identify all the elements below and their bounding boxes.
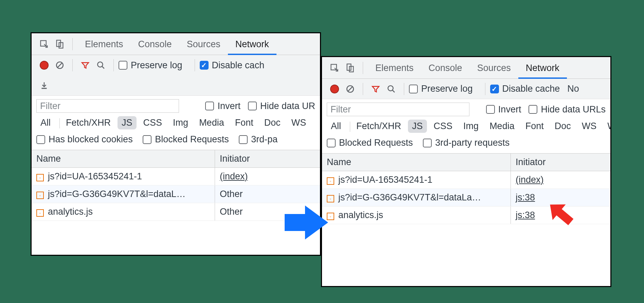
column-name[interactable]: Name — [322, 154, 511, 171]
table-header: Name Initiator — [322, 154, 610, 171]
type-filter-ws[interactable]: WS — [287, 116, 310, 129]
invert-label: Invert — [217, 101, 240, 111]
type-filter-media[interactable]: Media — [485, 120, 519, 133]
type-filter-js[interactable]: JS — [408, 120, 427, 133]
record-button[interactable] — [38, 59, 50, 71]
cell-name: ◦js?id=UA-165345241-1 — [32, 168, 215, 185]
device-toggle-icon[interactable] — [344, 62, 356, 74]
type-filter-img[interactable]: Img — [169, 116, 192, 129]
filter-input[interactable] — [327, 103, 469, 116]
has-blocked-cookies-checkbox[interactable]: Has blocked cookies — [36, 134, 133, 145]
disable-cache-checkbox[interactable]: Disable cach — [200, 60, 265, 71]
table-header: Name Initiator — [32, 150, 320, 168]
type-filter-doc[interactable]: Doc — [551, 120, 575, 133]
divider — [404, 83, 404, 95]
type-filter-wasm[interactable]: Wasm — [603, 120, 610, 133]
devtools-panel-before: Elements Console Sources Network Preserv… — [31, 32, 321, 256]
divider — [72, 38, 73, 50]
blocked-requests-checkbox[interactable]: Blocked Requests — [143, 134, 229, 145]
tab-network[interactable]: Network — [228, 33, 276, 55]
type-filter-row: AllFetch/XHRJSCSSImgMediaFontDocWSWasm — [322, 118, 610, 135]
no-throttle-cut[interactable]: No — [567, 84, 579, 94]
filter-icon[interactable] — [370, 83, 381, 95]
table-row[interactable]: ◦js?id=UA-165345241-1(index) — [322, 171, 610, 189]
tab-elements[interactable]: Elements — [368, 57, 421, 79]
type-filter-css[interactable]: CSS — [430, 120, 457, 133]
type-filter-all[interactable]: All — [36, 116, 55, 129]
record-button[interactable] — [329, 83, 340, 95]
tab-elements[interactable]: Elements — [77, 33, 131, 55]
invert-checkbox[interactable]: Invert — [205, 101, 240, 111]
type-filter-fetchxhr[interactable]: Fetch/XHR — [352, 120, 405, 133]
svg-rect-5 — [41, 88, 47, 89]
type-filter-doc[interactable]: Doc — [260, 116, 285, 129]
table-row[interactable]: ◦js?id=UA-165345241-1(index) — [32, 168, 320, 185]
device-toggle-icon[interactable] — [54, 38, 66, 50]
tab-console[interactable]: Console — [421, 57, 470, 79]
type-filter-css[interactable]: CSS — [139, 116, 166, 129]
hide-data-urls-checkbox[interactable]: Hide data URLs — [529, 104, 606, 115]
devtools-tabstrip: Elements Console Sources Network — [32, 33, 320, 55]
devtools-panel-after: Elements Console Sources Network Preserv… — [321, 56, 611, 287]
type-filter-ws[interactable]: WS — [578, 120, 601, 133]
tab-sources[interactable]: Sources — [179, 33, 228, 55]
download-har-icon[interactable] — [38, 80, 50, 91]
table-row[interactable]: ◦analytics.jsOther — [32, 203, 320, 221]
disable-cache-checkbox[interactable]: Disable cache — [490, 84, 560, 94]
type-filter-font[interactable]: Font — [231, 116, 257, 129]
inspect-icon[interactable] — [329, 62, 340, 74]
network-toolbar: Preserve log Disable cach — [32, 55, 320, 75]
js-file-icon: ◦ — [327, 177, 334, 185]
column-initiator[interactable]: Initiator — [215, 150, 320, 167]
type-filter-font[interactable]: Font — [521, 120, 548, 133]
cell-initiator[interactable]: (index) — [215, 168, 320, 185]
devtools-tabstrip: Elements Console Sources Network — [322, 57, 610, 79]
network-toolbar-2 — [32, 75, 320, 96]
invert-checkbox[interactable]: Invert — [486, 104, 521, 115]
hide-data-urls-checkbox[interactable]: Hide data UR — [248, 101, 315, 111]
filter-icon[interactable] — [79, 59, 91, 71]
preserve-log-checkbox[interactable]: Preserve log — [409, 84, 473, 94]
type-filter-img[interactable]: Img — [459, 120, 483, 133]
divider — [113, 59, 114, 71]
type-filter-js[interactable]: JS — [118, 116, 137, 129]
column-initiator[interactable]: Initiator — [511, 154, 610, 171]
has-blocked-cookies-label: Has blocked cookies — [49, 134, 133, 145]
divider — [485, 83, 485, 95]
divider — [363, 62, 363, 74]
clear-icon[interactable] — [344, 83, 356, 95]
svg-marker-11 — [285, 206, 328, 239]
third-party-checkbox[interactable]: 3rd-party requests — [423, 138, 509, 148]
inspect-icon[interactable] — [38, 38, 50, 50]
filter-input[interactable] — [36, 99, 179, 113]
cell-initiator[interactable]: (index) — [511, 171, 610, 189]
js-file-icon: ◦ — [36, 209, 44, 217]
annotation-red-arrow — [543, 196, 577, 230]
type-filter-all[interactable]: All — [327, 120, 345, 133]
svg-marker-12 — [543, 197, 577, 230]
blocked-requests-checkbox[interactable]: Blocked Requests — [327, 138, 413, 148]
search-icon[interactable] — [95, 59, 107, 71]
divider — [195, 59, 195, 71]
tab-console[interactable]: Console — [131, 33, 179, 55]
type-filter-media[interactable]: Media — [195, 116, 228, 129]
cell-name: ◦js?id=G-G36G49KV7T&l=dataLa… — [322, 189, 511, 206]
cell-initiator: Other — [215, 185, 320, 203]
annotation-blue-arrow — [285, 204, 329, 241]
tab-network[interactable]: Network — [518, 57, 567, 79]
svg-point-4 — [97, 62, 103, 67]
preserve-log-label: Preserve log — [131, 60, 182, 71]
column-name[interactable]: Name — [32, 150, 215, 167]
type-filter-fetchxhr[interactable]: Fetch/XHR — [62, 116, 115, 129]
preserve-log-checkbox[interactable]: Preserve log — [119, 60, 182, 71]
cell-name: ◦js?id=UA-165345241-1 — [322, 171, 511, 189]
tab-sources[interactable]: Sources — [470, 57, 518, 79]
third-party-checkbox[interactable]: 3rd-pa — [239, 134, 278, 145]
third-party-label: 3rd-party requests — [435, 138, 509, 148]
filter-row: Invert Hide data URLs — [322, 99, 610, 118]
table-row[interactable]: ◦js?id=G-G36G49KV7T&l=dataL…Other — [32, 185, 320, 203]
cell-name: ◦analytics.js — [322, 207, 511, 224]
clear-icon[interactable] — [54, 59, 66, 71]
disable-cache-label: Disable cach — [212, 60, 265, 71]
search-icon[interactable] — [386, 83, 397, 95]
